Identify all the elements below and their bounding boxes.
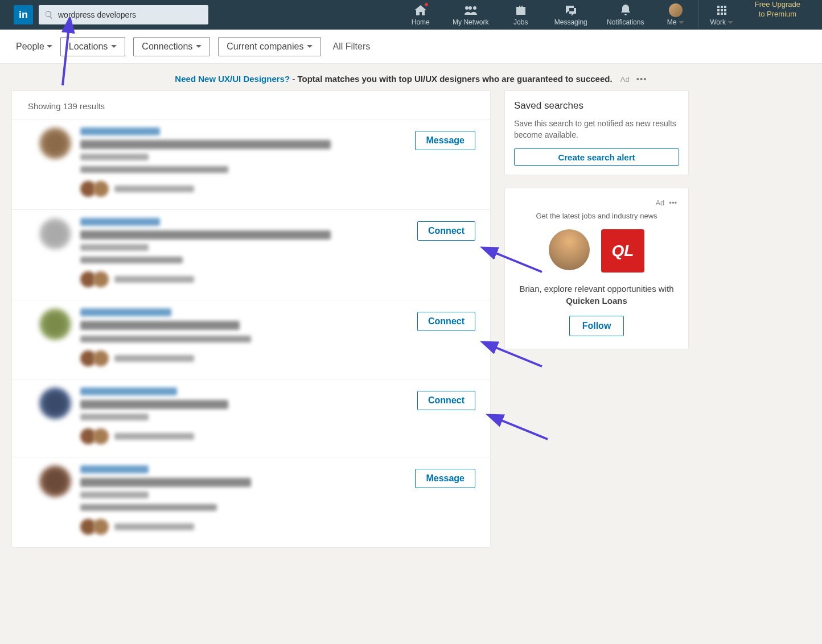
result-location <box>80 154 149 160</box>
message-button[interactable]: Message <box>415 131 475 150</box>
promo-ad-label: Ad <box>655 199 664 207</box>
nav-jobs[interactable]: Jobs <box>498 0 544 30</box>
shared-connections[interactable] <box>80 428 476 444</box>
nav-me[interactable]: Me <box>653 0 698 30</box>
result-meta <box>80 504 217 511</box>
network-icon <box>464 3 478 17</box>
shared-connections[interactable] <box>80 271 476 287</box>
filter-companies[interactable]: Current companies <box>218 37 321 56</box>
connect-button[interactable]: Connect <box>417 391 475 410</box>
upgrade-line2: to Premium <box>755 10 800 19</box>
promo-subtitle: Get the latest jobs and industry news <box>516 212 677 220</box>
result-headline <box>80 321 240 330</box>
search-input[interactable] <box>58 10 203 19</box>
nav-label: Notifications <box>607 18 644 26</box>
upgrade-line1: Free Upgrade <box>755 0 800 10</box>
result-name[interactable] <box>80 308 171 316</box>
result-meta <box>80 166 228 173</box>
result-avatar[interactable] <box>39 308 71 340</box>
ad-menu-icon[interactable]: ••• <box>636 74 647 84</box>
ad-text: Toptal matches you with top UI/UX design… <box>297 74 612 84</box>
search-result: Message <box>12 119 490 209</box>
create-alert-button[interactable]: Create search alert <box>514 148 679 166</box>
notification-badge <box>424 2 429 7</box>
saved-title: Saved searches <box>514 100 679 112</box>
follow-button[interactable]: Follow <box>569 316 624 336</box>
search-result: Message <box>12 457 490 547</box>
promo-text: Brian, explore relevant opportunities wi… <box>516 283 677 307</box>
content-wrapper: Showing 139 results Message <box>0 90 822 548</box>
connect-button[interactable]: Connect <box>417 312 475 331</box>
shared-connections[interactable] <box>80 181 476 197</box>
bell-icon <box>619 3 632 17</box>
search-result: Connect <box>12 209 490 300</box>
filter-bar: People Locations Connections Current com… <box>0 30 822 64</box>
search-box[interactable] <box>39 5 208 24</box>
shared-connections[interactable] <box>80 519 476 535</box>
search-result: Connect <box>12 379 490 457</box>
promo-menu-icon[interactable]: ••• <box>669 199 677 207</box>
ad-banner: Need New UX/UI Designers? - Toptal match… <box>0 64 822 90</box>
results-count: Showing 139 results <box>12 91 490 119</box>
grid-icon <box>715 3 729 17</box>
jobs-icon <box>514 3 528 17</box>
linkedin-logo[interactable]: in <box>14 5 33 24</box>
filter-locations[interactable]: Locations <box>60 37 126 56</box>
connect-button[interactable]: Connect <box>417 221 475 241</box>
result-headline <box>80 140 331 149</box>
result-avatar[interactable] <box>39 387 71 419</box>
shared-connections[interactable] <box>80 350 476 366</box>
nav-label: Jobs <box>513 18 528 26</box>
result-headline <box>80 230 331 240</box>
result-location <box>80 414 149 420</box>
nav-label: Home <box>412 18 430 26</box>
filter-people[interactable]: People <box>16 42 52 52</box>
messaging-icon <box>564 3 578 17</box>
nav-label: My Network <box>453 18 488 26</box>
nav-items: Home My Network Jobs Messaging Notificat… <box>398 0 811 30</box>
avatar <box>669 3 683 17</box>
nav-notifications[interactable]: Notifications <box>598 0 653 30</box>
search-icon <box>44 10 54 19</box>
promo-card: Ad ••• Get the latest jobs and industry … <box>504 188 689 349</box>
result-name[interactable] <box>80 465 149 473</box>
upgrade-link[interactable]: Free Upgrade to Premium <box>745 0 811 30</box>
promo-avatar <box>549 229 590 270</box>
message-button[interactable]: Message <box>415 469 475 488</box>
result-name[interactable] <box>80 218 160 226</box>
saved-desc: Save this search to get notified as new … <box>514 118 679 141</box>
result-headline <box>80 400 228 409</box>
nav-network[interactable]: My Network <box>443 0 498 30</box>
result-headline <box>80 478 251 487</box>
result-location <box>80 244 149 251</box>
all-filters[interactable]: All Filters <box>332 42 370 52</box>
result-meta <box>80 336 251 342</box>
nav-home[interactable]: Home <box>398 0 443 30</box>
filter-connections[interactable]: Connections <box>133 37 210 56</box>
nav-label: Messaging <box>554 18 587 26</box>
result-avatar[interactable] <box>39 127 71 159</box>
ad-link[interactable]: Need New UX/UI Designers? <box>175 74 290 84</box>
global-header: in Home My Network Jobs Messaging Notifi… <box>0 0 822 30</box>
result-location <box>80 492 149 498</box>
results-column: Showing 139 results Message <box>11 90 491 548</box>
nav-label: Me <box>667 18 684 26</box>
nav-messaging[interactable]: Messaging <box>544 0 598 30</box>
result-avatar[interactable] <box>39 218 71 250</box>
result-meta <box>80 257 183 263</box>
promo-company-logo: QL <box>601 229 644 273</box>
nav-label: Work <box>710 18 733 26</box>
result-avatar[interactable] <box>39 465 71 497</box>
ad-label: Ad <box>620 75 630 84</box>
result-name[interactable] <box>80 127 160 135</box>
sidebar: Saved searches Save this search to get n… <box>504 90 689 548</box>
nav-work[interactable]: Work <box>699 0 745 30</box>
saved-searches-card: Saved searches Save this search to get n… <box>504 90 689 175</box>
search-result: Connect <box>12 300 490 379</box>
result-name[interactable] <box>80 387 177 395</box>
